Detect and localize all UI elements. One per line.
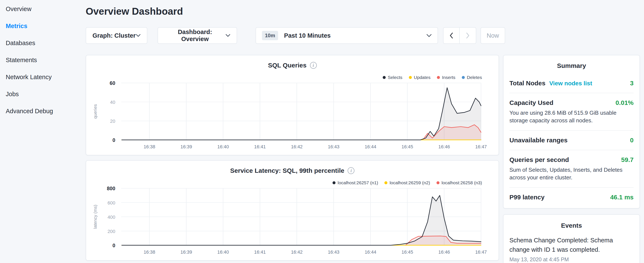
svg-text:16:46: 16:46 bbox=[438, 249, 450, 255]
summary-description: Sum of Selects, Updates, Inserts, and De… bbox=[510, 166, 634, 181]
summary-label: P99 latency bbox=[510, 194, 544, 201]
legend-dot-icon bbox=[332, 181, 336, 184]
legend-label: Deletes bbox=[467, 75, 482, 80]
legend-item: localhost:26259 (n2) bbox=[384, 180, 430, 185]
controls-bar: Graph: Cluster Dashboard: Overview 10m P… bbox=[86, 27, 505, 44]
right-sidebar: Summary Total Nodes View nodes list 3 Ca… bbox=[503, 55, 640, 263]
summary-value: 46.1 ms bbox=[610, 194, 634, 201]
legend-item: Deletes bbox=[462, 75, 482, 80]
chart-title: SQL Queries bbox=[268, 62, 306, 69]
chart-card-sql-queries: SQL Queries i SelectsUpdatesInsertsDelet… bbox=[86, 55, 499, 155]
summary-row-queries-per-second: Queries per second 59.7 Sum of Selects, … bbox=[510, 150, 634, 187]
legend-item: localhost:26258 (n3) bbox=[436, 180, 482, 185]
chart-header: SQL Queries i bbox=[86, 62, 498, 69]
legend-label: Updates bbox=[414, 75, 430, 80]
svg-text:16:39: 16:39 bbox=[180, 144, 192, 149]
dashboard-dropdown[interactable]: Dashboard: Overview bbox=[158, 27, 237, 44]
svg-text:60: 60 bbox=[110, 80, 115, 86]
legend-dot-icon bbox=[383, 76, 386, 79]
legend-item: Selects bbox=[383, 75, 402, 80]
time-window-dropdown[interactable]: 10m Past 10 Minutes bbox=[256, 27, 438, 44]
legend-item: Inserts bbox=[437, 75, 456, 80]
sidebar-item-databases[interactable]: Databases bbox=[0, 35, 81, 52]
svg-text:latency (ms): latency (ms) bbox=[93, 205, 98, 229]
svg-text:16:45: 16:45 bbox=[402, 144, 413, 149]
svg-text:16:45: 16:45 bbox=[402, 249, 413, 255]
event-message: Schema Change Completed: Schema change w… bbox=[510, 235, 634, 254]
legend-label: localhost:26257 (n1) bbox=[338, 180, 378, 185]
legend-dot-icon bbox=[436, 181, 440, 184]
graph-scope-label: Graph: Cluster bbox=[92, 32, 136, 39]
info-icon[interactable]: i bbox=[348, 167, 354, 174]
summary-value: 0.01% bbox=[616, 99, 634, 106]
summary-row-unavailable-ranges: Unavailable ranges 0 bbox=[510, 130, 634, 150]
event-timestamp: May 13, 2020 at 4:45 PM bbox=[510, 256, 634, 262]
svg-text:16:47: 16:47 bbox=[475, 144, 487, 149]
legend-label: localhost:26258 (n3) bbox=[442, 180, 482, 185]
summary-label: Queries per second bbox=[510, 156, 569, 163]
summary-value: 0 bbox=[630, 137, 634, 144]
view-nodes-link[interactable]: View nodes list bbox=[549, 80, 592, 87]
time-next-button[interactable] bbox=[460, 27, 476, 44]
svg-text:16:43: 16:43 bbox=[328, 144, 340, 149]
svg-text:16:44: 16:44 bbox=[365, 249, 376, 255]
chevron-left-icon bbox=[449, 32, 454, 39]
legend-dot-icon bbox=[384, 181, 388, 184]
svg-text:600: 600 bbox=[108, 200, 115, 205]
chevron-down-icon bbox=[136, 34, 140, 37]
svg-text:0: 0 bbox=[112, 242, 115, 248]
svg-text:16:46: 16:46 bbox=[438, 144, 450, 149]
summary-label: Total Nodes bbox=[510, 80, 545, 87]
time-pager bbox=[443, 27, 476, 44]
svg-text:queries: queries bbox=[93, 104, 98, 119]
legend-dot-icon bbox=[409, 76, 412, 79]
event-item[interactable]: Schema Change Completed: Schema change w… bbox=[510, 235, 634, 262]
service-latency-chart[interactable]: 16:3816:3916:4016:4116:4216:4316:4416:45… bbox=[86, 161, 498, 260]
summary-value: 3 bbox=[630, 80, 634, 87]
chart-header: Service Latency: SQL, 99th percentile i bbox=[86, 167, 498, 174]
svg-text:16:40: 16:40 bbox=[217, 144, 229, 149]
summary-row-total-nodes: Total Nodes View nodes list 3 bbox=[510, 76, 634, 93]
svg-text:16:47: 16:47 bbox=[475, 249, 487, 255]
chevron-down-icon bbox=[426, 34, 432, 37]
svg-text:800: 800 bbox=[107, 185, 115, 191]
legend-label: localhost:26259 (n2) bbox=[390, 180, 430, 185]
events-panel: Events Schema Change Completed: Schema c… bbox=[503, 214, 640, 263]
time-prev-button[interactable] bbox=[443, 27, 460, 44]
graph-scope-dropdown[interactable]: Graph: Cluster bbox=[86, 27, 147, 44]
summary-row-capacity-used: Capacity Used 0.01% You are using 28.6 M… bbox=[510, 93, 634, 130]
svg-text:16:41: 16:41 bbox=[254, 144, 266, 149]
svg-text:16:44: 16:44 bbox=[365, 144, 376, 149]
page-title: Overview Dashboard bbox=[86, 6, 183, 17]
svg-text:20: 20 bbox=[110, 119, 115, 124]
chart-legend: SelectsUpdatesInsertsDeletes bbox=[383, 75, 482, 80]
svg-text:400: 400 bbox=[108, 214, 115, 220]
svg-text:200: 200 bbox=[108, 229, 115, 234]
sidebar-item-statements[interactable]: Statements bbox=[0, 52, 81, 69]
summary-panel: Summary Total Nodes View nodes list 3 Ca… bbox=[503, 55, 640, 208]
dashboard-label: Dashboard: Overview bbox=[164, 29, 226, 43]
sidebar: Overview Metrics Databases Statements Ne… bbox=[0, 0, 81, 120]
events-heading: Events bbox=[510, 222, 634, 229]
summary-description: You are using 28.6 MiB of 515.9 GiB usab… bbox=[510, 109, 634, 124]
sidebar-item-network-latency[interactable]: Network Latency bbox=[0, 69, 81, 86]
svg-text:16:39: 16:39 bbox=[180, 249, 192, 255]
time-window-label: Past 10 Minutes bbox=[284, 32, 330, 39]
info-icon[interactable]: i bbox=[310, 62, 317, 69]
sql-queries-chart[interactable]: 16:3816:3916:4016:4116:4216:4316:4416:45… bbox=[86, 55, 498, 155]
sidebar-item-metrics[interactable]: Metrics bbox=[0, 18, 81, 35]
summary-label: Unavailable ranges bbox=[510, 137, 568, 144]
chevron-down-icon bbox=[226, 34, 230, 37]
svg-text:16:42: 16:42 bbox=[291, 144, 303, 149]
legend-dot-icon bbox=[462, 76, 465, 79]
sidebar-item-overview[interactable]: Overview bbox=[0, 1, 81, 18]
sidebar-item-jobs[interactable]: Jobs bbox=[0, 86, 81, 103]
legend-label: Selects bbox=[388, 75, 402, 80]
now-button[interactable]: Now bbox=[480, 27, 505, 44]
svg-text:40: 40 bbox=[110, 100, 115, 105]
time-window-badge: 10m bbox=[262, 31, 278, 40]
legend-item: localhost:26257 (n1) bbox=[332, 180, 378, 185]
summary-heading: Summary bbox=[510, 62, 634, 69]
sidebar-item-advanced-debug[interactable]: Advanced Debug bbox=[0, 103, 81, 120]
svg-text:16:40: 16:40 bbox=[217, 249, 229, 255]
